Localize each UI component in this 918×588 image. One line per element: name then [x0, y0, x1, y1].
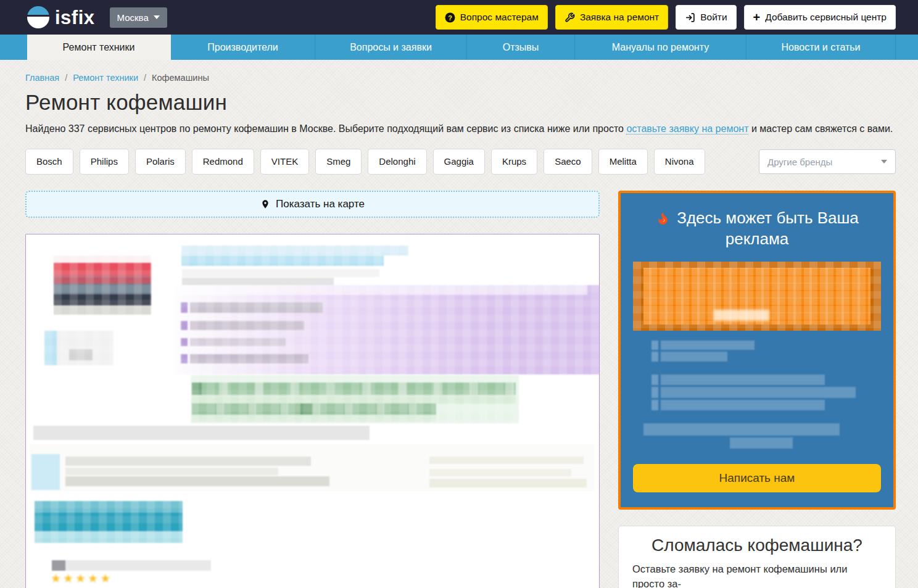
page-title: Ремонт кофемашин	[25, 90, 896, 115]
top-actions: ? Вопрос мастерам Заявка на ремонт Войти	[436, 5, 896, 30]
advert-title: Здесь может быть Ваша реклама	[633, 208, 881, 250]
blurred-green-line	[192, 415, 436, 422]
request-box-text: Оставьте заявку на ремонт кофемашины или…	[632, 562, 882, 588]
brand-button-saeco[interactable]: Saeco	[544, 149, 592, 175]
breadcrumb-repair[interactable]: Ремонт техники	[73, 73, 138, 83]
blurred-green-line	[192, 383, 516, 395]
brand-button-bosch[interactable]: Bosch	[25, 149, 73, 175]
blurred-advert-banner	[633, 262, 881, 331]
blurred-company-title-line	[181, 255, 384, 266]
brand-button-melitta[interactable]: Melitta	[598, 149, 648, 175]
brand-button-smeg[interactable]: Smeg	[315, 149, 362, 175]
add-service-center-label: Добавить сервисный центр	[765, 12, 887, 23]
blurred-text-line	[429, 479, 587, 487]
tab-repair[interactable]: Ремонт техники	[27, 35, 171, 60]
other-brands-label: Другие бренды	[767, 157, 832, 167]
logo[interactable]: isfix	[27, 6, 95, 28]
blurred-list-line	[190, 302, 323, 313]
blurred-text-line	[182, 269, 379, 277]
breadcrumb-separator: /	[65, 73, 67, 83]
tab-manuals[interactable]: Мануалы по ремонту	[575, 35, 746, 60]
wrench-icon	[564, 12, 575, 23]
blurred-green-block	[191, 375, 519, 423]
request-text-line: Оставьте заявку на ремонт кофемашины или…	[632, 562, 882, 588]
logo-icon	[27, 6, 49, 28]
write-to-us-button[interactable]: Написать нам	[633, 464, 881, 492]
blurred-green-line	[192, 395, 516, 404]
request-box-title: Сломалась кофемашина?	[632, 536, 882, 555]
tab-reviews[interactable]: Отзывы	[467, 35, 575, 60]
breadcrumb-separator: /	[144, 73, 146, 83]
blurred-company-logo	[54, 255, 151, 315]
ask-masters-label: Вопрос мастерам	[460, 12, 539, 23]
blurred-advert-text	[633, 341, 881, 449]
blurred-action-block	[35, 501, 183, 543]
show-on-map-label: Показать на карте	[276, 198, 365, 210]
blurred-text-line	[661, 352, 727, 362]
show-on-map-button[interactable]: Показать на карте	[25, 191, 600, 218]
intro-before: Найдено 337 сервисных центров по ремонту…	[25, 123, 626, 134]
add-service-center-button[interactable]: + Добавить сервисный центр	[744, 5, 896, 30]
breadcrumb: Главная / Ремонт техники / Кофемашины	[25, 73, 896, 83]
brand-button-philips[interactable]: Philips	[80, 149, 129, 175]
blurred-cell	[31, 454, 60, 490]
city-selector[interactable]: Москва	[110, 7, 167, 28]
blurred-text-line	[429, 457, 584, 464]
request-box: Сломалась кофемашина? Оставьте заявку на…	[618, 526, 896, 588]
main-nav: Ремонт техники Производители Вопросы и з…	[0, 35, 918, 60]
blurred-text-line	[429, 469, 571, 476]
service-listing-card: ★★★★★	[25, 234, 600, 588]
advert-title-line1: Здесь может быть Ваша	[677, 208, 859, 229]
rating-stars: ★★★★★	[51, 571, 112, 586]
brand-button-polaris[interactable]: Polaris	[135, 149, 186, 175]
login-label: Войти	[700, 12, 727, 23]
brand-button-vitek[interactable]: VITEK	[260, 149, 309, 175]
map-pin-icon	[260, 198, 270, 210]
logo-text: isfix	[55, 8, 95, 27]
tab-news[interactable]: Новости и статьи	[746, 35, 896, 60]
other-brands-select[interactable]: Другие бренды	[759, 149, 896, 174]
intro-after: и мастер сам свяжется с вами.	[748, 123, 893, 134]
brand-filter-row: Bosch Philips Polaris Redmond VITEK Smeg…	[25, 149, 896, 175]
chevron-down-icon	[881, 160, 887, 164]
repair-request-button[interactable]: Заявка на ремонт	[555, 5, 668, 30]
tab-manufacturers[interactable]: Производители	[171, 35, 315, 60]
top-bar: isfix Москва ? Вопрос мастерам Заявка на…	[0, 0, 918, 35]
blurred-text-line	[52, 560, 211, 571]
question-circle-icon: ?	[445, 12, 455, 23]
chevron-down-icon	[154, 15, 160, 19]
blurred-list-line	[190, 321, 304, 330]
breadcrumb-home[interactable]: Главная	[25, 73, 59, 83]
breadcrumb-current: Кофемашины	[152, 73, 209, 83]
blurred-cell	[69, 349, 93, 360]
brand-button-krups[interactable]: Krups	[491, 149, 537, 175]
blurred-advert-banner-inner	[643, 268, 870, 325]
blurred-side-block	[44, 331, 114, 365]
leave-request-link[interactable]: оставьте заявку на ремонт	[626, 123, 748, 135]
blurred-company-title-line	[181, 246, 408, 255]
ask-masters-button[interactable]: ? Вопрос мастерам	[436, 5, 548, 30]
brand-button-redmond[interactable]: Redmond	[192, 149, 254, 175]
brand-button-gaggia[interactable]: Gaggia	[433, 149, 485, 175]
blurred-cell	[714, 310, 769, 321]
flame-icon	[655, 210, 671, 226]
login-button[interactable]: Войти	[676, 5, 736, 30]
blurred-text-line	[661, 375, 825, 385]
city-label: Москва	[117, 12, 149, 23]
blurred-list-line	[190, 354, 308, 363]
page: isfix Москва ? Вопрос мастерам Заявка на…	[0, 0, 918, 588]
blurred-text-line	[643, 423, 840, 436]
blurred-green-line	[192, 404, 436, 415]
blurred-text-line	[730, 437, 793, 449]
intro-text: Найдено 337 сервисных центров по ремонту…	[25, 123, 896, 135]
repair-request-label: Заявка на ремонт	[580, 12, 659, 23]
tab-questions[interactable]: Вопросы и заявки	[315, 35, 467, 60]
blurred-highlight-strip	[174, 285, 587, 295]
blurred-text-line	[65, 468, 278, 475]
blurred-text-line	[661, 387, 856, 398]
login-icon	[685, 12, 695, 23]
advert-box: Здесь может быть Ваша реклама	[618, 191, 896, 510]
brand-button-nivona[interactable]: Nivona	[654, 149, 705, 175]
brand-button-delonghi[interactable]: Delonghi	[368, 149, 426, 175]
plus-icon: +	[753, 11, 761, 23]
